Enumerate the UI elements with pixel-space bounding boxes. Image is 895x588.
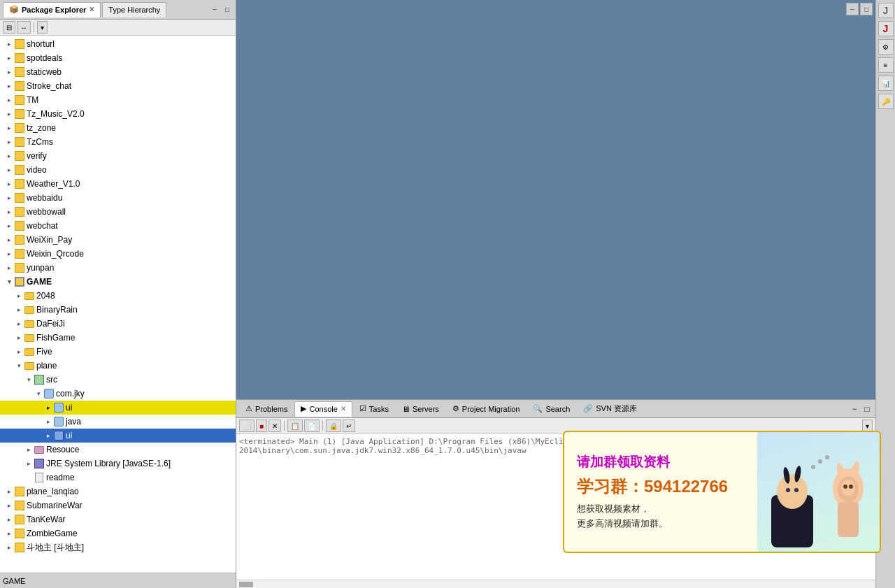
tree-item-binaryrain[interactable]: BinaryRain <box>0 303 236 317</box>
editor-minimize-icon[interactable]: − <box>846 3 859 15</box>
package-explorer-icon: 📦 <box>9 5 19 14</box>
tree-item-webchat[interactable]: webchat <box>0 219 236 233</box>
console-maximize-icon[interactable]: □ <box>861 403 873 415</box>
tree-item-zombie[interactable]: ZombieGame <box>0 526 236 540</box>
tree-item-weixin-pay[interactable]: WeiXin_Pay <box>0 233 236 247</box>
console-scroll-lock-button[interactable]: 🔒 <box>326 420 341 432</box>
console-scroll-bar[interactable] <box>236 580 875 588</box>
tab-tasks[interactable]: ☑ Tasks <box>353 401 395 417</box>
servers-icon: 🖥 <box>402 405 410 413</box>
arrow-dudi <box>4 543 14 552</box>
tree-item-tz-zone[interactable]: tz_zone <box>0 121 236 135</box>
folder-icon-stroke-chat <box>14 80 25 92</box>
maximize-icon[interactable]: □ <box>222 4 233 15</box>
arrow-verify <box>4 151 14 161</box>
ad-popup: 请加群领取资料 学习群：594122766 想获取视频素材， 更多高清视频请加群… <box>563 431 881 553</box>
tree-item-tzcms[interactable]: TzCms <box>0 135 236 149</box>
tree-item-weixin-qrcode[interactable]: Weixin_Qrcode <box>0 247 236 261</box>
tree-item-tz-music[interactable]: Tz_Music_V2.0 <box>0 107 236 121</box>
tab-bar: 📦 Package Explorer ✕ Type Hierarchy − □ <box>0 0 236 20</box>
tree-item-tm[interactable]: TM <box>0 93 236 107</box>
tree-item-webbowall[interactable]: webbowall <box>0 205 236 219</box>
tree-item-stroke-chat[interactable]: Stroke_chat <box>0 79 236 93</box>
tool-btn-1[interactable]: J <box>878 3 894 18</box>
arrow-jre <box>24 459 34 468</box>
tab-package-explorer[interactable]: 📦 Package Explorer ✕ <box>3 2 101 17</box>
console-stop-button[interactable]: ■ <box>256 420 267 432</box>
console-copy-button[interactable]: 📋 <box>287 420 303 432</box>
search-icon: 🔍 <box>533 404 543 413</box>
tree-item-video[interactable]: video <box>0 163 236 177</box>
arrow-yunpan <box>4 263 14 273</box>
tab-type-hierarchy[interactable]: Type Hierarchy <box>102 2 166 17</box>
ad-desc-line2: 更多高清视频请加群。 <box>577 517 745 531</box>
tree-item-webbaidu[interactable]: webbaidu <box>0 191 236 205</box>
tree-item-ui[interactable]: ui <box>0 429 236 443</box>
tool-btn-2[interactable]: J <box>878 21 894 36</box>
folder-icon-webbaidu <box>14 192 25 203</box>
tab-close-package[interactable]: ✕ <box>89 6 94 13</box>
folder-icon-fishgame <box>24 332 35 343</box>
tool-btn-5[interactable]: 📊 <box>878 76 894 91</box>
console-disconnect-button[interactable]: ✕ <box>268 420 281 432</box>
tree-item-dudi[interactable]: 斗地主 [斗地主] <box>0 540 236 554</box>
tree-item-bean[interactable]: ui <box>0 401 236 415</box>
arrow-ui <box>43 431 53 440</box>
ad-desc-line1: 想获取视频素材， <box>577 502 745 517</box>
tree-item-jre[interactable]: JRE System Library [JavaSE-1.6] <box>0 457 236 471</box>
ad-group-label: 学习群：594122766 <box>577 475 745 498</box>
console-close-icon[interactable]: ✕ <box>341 405 346 413</box>
arrow-java <box>43 417 53 426</box>
arrow-game <box>4 277 14 287</box>
tab-problems[interactable]: ⚠ Problems <box>239 401 294 417</box>
svg-point-13 <box>794 488 799 492</box>
tree-item-com-jky[interactable]: com.jky <box>0 387 236 401</box>
tree-item-yunpan[interactable]: yunpan <box>0 261 236 275</box>
tree-item-tankwar[interactable]: TanKeWar <box>0 512 236 526</box>
console-word-wrap-button[interactable]: ↵ <box>343 420 355 432</box>
editor-maximize-icon[interactable]: □ <box>860 3 873 15</box>
tree-item-plane-lanqiao[interactable]: plane_lanqiao <box>0 485 236 499</box>
tab-servers[interactable]: 🖥 Servers <box>396 401 445 417</box>
minimize-icon[interactable]: − <box>209 4 220 15</box>
folder-icon-tankwar <box>14 514 25 525</box>
tab-svn[interactable]: 🔗 SVN 资源库 <box>577 401 643 417</box>
view-menu-button[interactable]: ▾ <box>37 21 48 34</box>
tree-item-spotdeals[interactable]: spotdeals <box>0 51 236 65</box>
ad-text-area: 请加群领取资料 学习群：594122766 想获取视频素材， 更多高清视频请加群… <box>564 432 757 552</box>
tree-item-verify[interactable]: verify <box>0 149 236 163</box>
tree-item-submarine[interactable]: SubmarineWar <box>0 499 236 512</box>
tree-item-shorturl[interactable]: shorturl <box>0 37 236 51</box>
console-clear-button[interactable]: ⬜ <box>239 420 255 432</box>
tree-item-2048[interactable]: 2048 <box>0 289 236 303</box>
tool-btn-4[interactable]: ≡ <box>878 57 894 73</box>
console-scroll-thumb[interactable] <box>239 582 253 587</box>
link-editor-button[interactable]: ↔ <box>17 21 31 34</box>
tab-search[interactable]: 🔍 Search <box>527 401 576 417</box>
tree-item-resource[interactable]: Resouce <box>0 443 236 457</box>
tab-console[interactable]: ▶ Console ✕ <box>294 401 352 417</box>
tree-item-game[interactable]: GAME <box>0 275 236 289</box>
console-paste-button[interactable]: 📄 <box>304 420 320 432</box>
tab-project-migration[interactable]: ⚙ Project Migration <box>446 401 527 417</box>
folder-icon-yunpan <box>14 262 25 273</box>
arrow-staticweb <box>4 67 14 77</box>
tree-item-plane[interactable]: plane <box>0 359 236 373</box>
tree-item-readme[interactable]: readme <box>0 471 236 485</box>
tree-item-weather[interactable]: Weather_V1.0 <box>0 177 236 191</box>
collapse-all-button[interactable]: ⊟ <box>3 21 15 34</box>
tree-item-src[interactable]: src <box>0 373 236 387</box>
tree-item-five[interactable]: Five <box>0 345 236 359</box>
console-minimize-icon[interactable]: − <box>849 403 860 415</box>
tree-item-staticweb[interactable]: staticweb <box>0 65 236 79</box>
tree-item-java[interactable]: java <box>0 415 236 429</box>
ad-desc: 想获取视频素材， 更多高清视频请加群。 <box>577 502 745 531</box>
tree-item-dafeiji[interactable]: DaFeiJi <box>0 317 236 331</box>
tool-btn-3[interactable]: ⚙ <box>878 39 894 55</box>
package-icon-bean <box>53 402 64 413</box>
tree-item-fishgame[interactable]: FishGame <box>0 331 236 345</box>
bottom-tab-bar: ⚠ Problems ▶ Console ✕ ☑ Tasks 🖥 Serv <box>236 400 875 418</box>
tree-container[interactable]: shorturl spotdeals staticweb Stroke_chat <box>0 36 236 573</box>
tab-migration-label: Project Migration <box>462 405 520 413</box>
tool-btn-6[interactable]: 🔑 <box>878 94 894 109</box>
